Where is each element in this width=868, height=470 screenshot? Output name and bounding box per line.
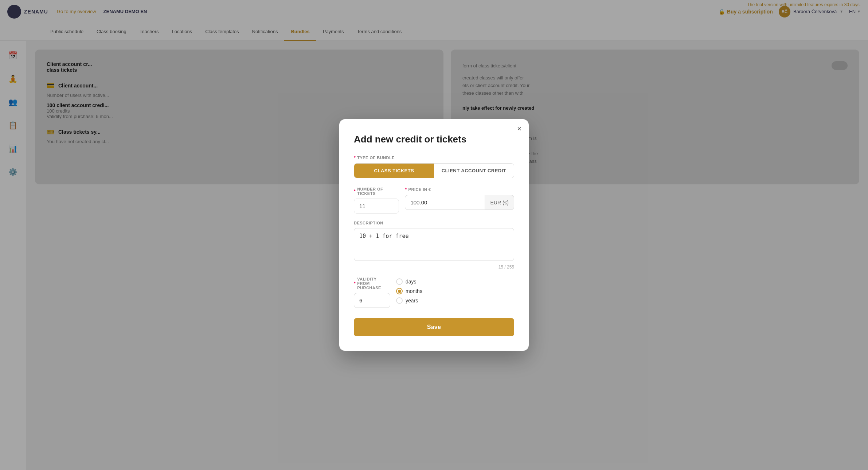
tickets-label: * NUMBER OF TICKETS [354,187,399,196]
price-label: * PRICE IN € [405,187,514,192]
validity-input[interactable] [354,293,390,308]
validity-input-group: * VALIDITY FROM PURCHASE [354,277,390,308]
price-group: * PRICE IN € EUR (€) [405,187,514,214]
modal-close-button[interactable]: × [517,125,521,132]
char-count: 15 / 255 [354,265,514,270]
required-star-type: * [354,155,356,160]
type-toggle: CLASS TICKETS CLIENT ACCOUNT CREDIT [354,163,514,178]
radio-days-label: days [406,279,417,285]
radio-days[interactable]: days [396,278,422,285]
client-account-credit-button[interactable]: CLIENT ACCOUNT CREDIT [434,164,514,178]
required-star-validity: * [354,281,356,286]
tickets-input[interactable] [354,199,399,214]
modal-title: Add new credit or tickets [354,134,514,145]
save-button[interactable]: Save [354,318,514,336]
validity-radio-group: days months years [396,277,422,304]
radio-years-circle [396,297,403,304]
price-row: EUR (€) [405,195,514,210]
required-star-tickets: * [354,189,356,194]
tickets-price-row: * NUMBER OF TICKETS * PRICE IN € EUR (€) [354,187,514,214]
type-bundle-label: * TYPE OF BUNDLE [354,155,514,160]
radio-months-label: months [406,288,422,294]
class-tickets-button[interactable]: CLASS TICKETS [354,164,434,178]
radio-days-circle [396,278,403,285]
description-label: DESCRIPTION [354,221,514,225]
number-of-tickets-group: * NUMBER OF TICKETS [354,187,399,214]
radio-months[interactable]: months [396,288,422,294]
validity-row: * VALIDITY FROM PURCHASE days months [354,277,514,308]
textarea-wrap: 10 + 1 for free [354,228,514,262]
modal-overlay: × Add new credit or tickets * TYPE OF BU… [0,0,868,470]
type-bundle-group: * TYPE OF BUNDLE CLASS TICKETS CLIENT AC… [354,155,514,178]
price-input[interactable] [405,195,485,210]
radio-months-circle [396,288,403,294]
radio-months-inner [398,290,401,293]
validity-label: * VALIDITY FROM PURCHASE [354,277,390,290]
required-star-price: * [405,187,407,192]
description-group: DESCRIPTION 10 + 1 for free 15 / 255 [354,221,514,270]
description-textarea[interactable]: 10 + 1 for free [354,228,514,261]
radio-years[interactable]: years [396,297,422,304]
modal: × Add new credit or tickets * TYPE OF BU… [339,119,529,351]
currency-label: EUR (€) [485,195,514,210]
radio-years-label: years [406,298,418,303]
